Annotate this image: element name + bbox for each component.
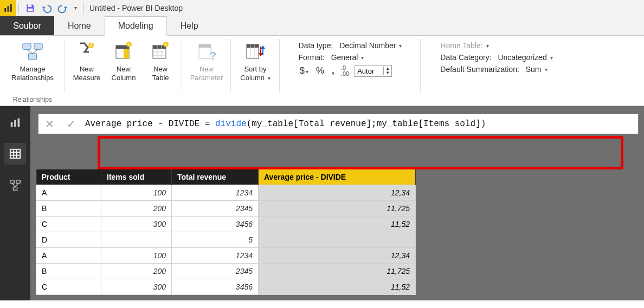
highlight-annotation — [98, 136, 623, 169]
cell-items-sold[interactable]: 200 — [101, 201, 172, 217]
svg-rect-0 — [4, 8, 6, 12]
model-view-button[interactable] — [4, 174, 26, 196]
cell-average-price[interactable]: 11,52 — [259, 279, 416, 295]
decimals-spinner[interactable]: ▲▼ — [355, 65, 392, 77]
table-row[interactable]: A100123412,34 — [36, 248, 416, 264]
cell-total-revenue[interactable]: 5 — [172, 232, 259, 248]
table-row[interactable]: B200234511,725 — [36, 264, 416, 279]
format-dropdown[interactable]: Format: General▾ — [299, 53, 402, 62]
data-category-dropdown[interactable]: Data Category: Uncategorized▾ — [440, 53, 552, 62]
default-summarization-dropdown[interactable]: Default Summarization: Sum▾ — [440, 65, 552, 74]
qat-dropdown[interactable]: ▾ — [72, 5, 79, 11]
cell-items-sold[interactable]: 300 — [101, 279, 172, 295]
chevron-down-icon: ▾ — [486, 43, 489, 49]
undo-button[interactable] — [40, 1, 54, 15]
svg-line-40 — [12, 183, 16, 187]
menu-bar: Soubor Home Modeling Help — [0, 16, 644, 36]
sort-by-column-button[interactable]: Sort by Column ▾ — [236, 38, 274, 82]
title-bar: ▾ Untitled - Power BI Desktop — [0, 0, 644, 16]
svg-rect-1 — [8, 6, 9, 12]
cell-total-revenue[interactable]: 3456 — [172, 279, 259, 295]
formula-cancel-button[interactable]: ✕ — [38, 117, 60, 130]
cell-average-price[interactable]: 11,725 — [259, 201, 416, 217]
cell-product[interactable]: C — [36, 279, 101, 295]
svg-rect-29 — [11, 122, 13, 127]
formula-commit-button[interactable]: ✓ — [60, 117, 82, 130]
file-tab[interactable]: Soubor — [0, 16, 54, 35]
svg-rect-13 — [124, 49, 129, 58]
cell-product[interactable]: B — [36, 201, 101, 217]
app-icon — [0, 0, 16, 16]
tab-help[interactable]: Help — [167, 16, 212, 35]
cell-total-revenue[interactable]: 3456 — [172, 217, 259, 232]
cell-items-sold[interactable]: 100 — [101, 185, 172, 201]
col-header-total-revenue[interactable]: Total revenue — [172, 169, 259, 185]
data-type-dropdown[interactable]: Data type: Decimal Number▾ — [299, 41, 402, 50]
svg-rect-39 — [13, 187, 17, 191]
cell-product[interactable]: B — [36, 264, 101, 279]
spinner-down[interactable]: ▼ — [384, 71, 391, 75]
home-table-dropdown[interactable]: Home Table:▾ — [440, 41, 552, 50]
new-column-button[interactable]: New Column — [107, 38, 140, 82]
new-parameter-button[interactable]: ? New Parameter — [188, 38, 226, 82]
cell-average-price[interactable]: 12,34 — [259, 185, 416, 201]
svg-rect-7 — [28, 54, 36, 60]
svg-line-8 — [27, 49, 33, 54]
col-header-average-price[interactable]: Average price - DIVIDE — [259, 169, 416, 185]
svg-text:?: ? — [210, 50, 216, 62]
new-table-button[interactable]: New Table — [144, 38, 177, 82]
svg-rect-37 — [10, 180, 14, 184]
decimals-input[interactable] — [355, 67, 383, 75]
table-row[interactable]: A100123412,34 — [36, 185, 416, 201]
divider — [18, 3, 19, 14]
data-view-button[interactable] — [4, 143, 26, 165]
window-title: Untitled - Power BI Desktop — [86, 4, 183, 12]
cell-average-price[interactable] — [259, 232, 416, 248]
svg-rect-30 — [14, 120, 16, 127]
table-row[interactable]: C300345611,52 — [36, 217, 416, 232]
cell-product[interactable]: D — [36, 232, 101, 248]
svg-rect-2 — [10, 4, 12, 11]
redo-button[interactable] — [56, 1, 70, 15]
cell-total-revenue[interactable]: 2345 — [172, 264, 259, 279]
table-row[interactable]: C300345611,52 — [36, 279, 416, 295]
svg-line-41 — [15, 183, 18, 187]
percent-button[interactable]: % — [315, 65, 325, 76]
thousand-separator-button[interactable]: , — [331, 65, 336, 76]
cell-items-sold[interactable]: 100 — [101, 248, 172, 264]
svg-rect-5 — [23, 43, 31, 49]
cell-items-sold[interactable]: 200 — [101, 264, 172, 279]
rlabel: Sort by Column ▾ — [240, 65, 270, 82]
cell-total-revenue[interactable]: 2345 — [172, 201, 259, 217]
table-row[interactable]: B200234511,725 — [36, 201, 416, 217]
cell-average-price[interactable]: 12,34 — [259, 248, 416, 264]
report-view-button[interactable] — [4, 112, 26, 133]
cell-average-price[interactable]: 11,52 — [259, 217, 416, 232]
chevron-down-icon: ▾ — [306, 69, 308, 75]
formula-bar[interactable]: ✕ ✓ Average price - DIVIDE = divide(my_t… — [38, 114, 639, 134]
cell-items-sold[interactable] — [101, 232, 172, 248]
col-header-items-sold[interactable]: Items sold — [101, 169, 172, 185]
group-formatting: Data type: Decimal Number▾ Format: Gener… — [280, 36, 421, 106]
cell-average-price[interactable]: 11,725 — [259, 264, 416, 279]
cell-total-revenue[interactable]: 1234 — [172, 185, 259, 201]
ribbon: Manage Relationships Relationships New M… — [0, 36, 644, 106]
rlabel: New Column — [112, 65, 136, 82]
col-header-product[interactable]: Product — [36, 169, 101, 185]
cell-total-revenue[interactable]: 1234 — [172, 248, 259, 264]
cell-product[interactable]: A — [36, 248, 101, 264]
new-measure-button[interactable]: New Measure — [70, 38, 103, 82]
chevron-down-icon: ▾ — [399, 43, 402, 49]
chevron-down-icon: ▾ — [545, 67, 548, 73]
manage-relationships-button[interactable]: Manage Relationships — [5, 38, 60, 82]
save-button[interactable] — [23, 1, 37, 15]
tab-home[interactable]: Home — [54, 16, 105, 35]
cell-items-sold[interactable]: 300 — [101, 217, 172, 232]
currency-button[interactable]: $▾ — [299, 65, 310, 76]
svg-line-9 — [33, 49, 38, 54]
table-row[interactable]: D5 — [36, 232, 416, 248]
tab-modeling[interactable]: Modeling — [105, 16, 167, 36]
formula-text[interactable]: Average price - DIVIDE = divide(my_table… — [82, 119, 638, 129]
cell-product[interactable]: C — [36, 217, 101, 232]
cell-product[interactable]: A — [36, 185, 101, 201]
